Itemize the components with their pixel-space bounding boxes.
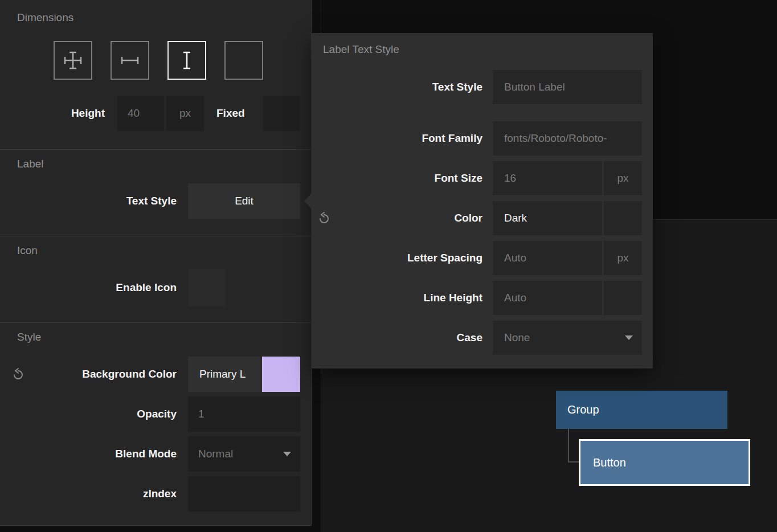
canvas-group-node[interactable]: Group [556,391,727,429]
button-node-label: Button [593,456,626,469]
section-divider [0,236,311,236]
properties-panel: Dimensions Height 40 px Fixed Lab [0,0,312,526]
sizing-mode-none-button[interactable] [224,41,263,80]
size-both-icon [62,49,84,72]
pop-letter-spacing-value: Auto [493,241,602,275]
pop-color-value: Dark [493,201,602,235]
popover-arrow [304,193,312,209]
canvas-button-node[interactable]: Button [579,439,750,486]
pop-line-height-unit-box[interactable] [604,281,642,315]
size-width-icon [118,49,141,72]
height-label: Height [0,96,105,131]
chevron-down-icon [625,335,633,340]
style-section-title: Style [17,331,41,343]
icon-section-title: Icon [17,244,38,257]
height-unit-select[interactable]: px [166,96,204,131]
height-value: 40 [117,107,140,119]
opacity-value: 1 [188,408,205,420]
blend-mode-label: Blend Mode [0,436,177,472]
pop-font-size-label: Font Size [312,161,482,195]
fixed-label: Fixed [216,96,245,131]
height-input[interactable]: 40 [117,96,164,131]
chevron-down-icon [283,452,291,456]
background-color-swatch[interactable] [262,357,300,392]
sizing-mode-height-button[interactable] [167,41,206,80]
fixed-checkbox[interactable] [263,96,300,131]
pop-font-size-unit-select[interactable]: px [604,161,642,195]
pop-text-style-value: Button Label [493,70,642,104]
zindex-value [188,488,198,500]
section-divider [0,149,311,150]
pop-line-height-value: Auto [493,281,602,315]
pop-font-family-label: Font Family [312,121,482,155]
background-color-label: Background Color [0,357,177,392]
zindex-input[interactable] [188,476,300,511]
label-text-style-popover: Label Text Style Text Style Button Label… [312,33,653,369]
pop-line-height-input[interactable]: Auto [493,281,602,315]
text-style-label: Text Style [0,183,177,219]
pop-letter-spacing-unit-select[interactable]: px [604,241,642,275]
popover-title: Label Text Style [323,43,399,56]
pop-line-height-label: Line Height [312,281,482,315]
tree-connector-horizontal [568,461,579,463]
app-window: Group Button Dimensions H [0,0,777,532]
pop-font-family-value: fonts/Roboto/Roboto- [493,121,642,155]
opacity-label: Opacity [0,396,177,432]
section-divider [0,322,311,323]
pop-letter-spacing-input[interactable]: Auto [493,241,602,275]
enable-icon-label: Enable Icon [0,269,177,306]
background-color-button[interactable]: Primary L [188,357,262,392]
pop-case-value: None [493,321,642,355]
pop-case-dropdown[interactable]: None [493,321,642,355]
pop-font-family-input[interactable]: fonts/Roboto/Roboto- [493,121,642,155]
sizing-mode-both-button[interactable] [54,41,92,80]
dimensions-section-title: Dimensions [17,11,73,24]
zindex-label: zIndex [0,476,177,511]
label-section-title: Label [17,158,44,170]
pop-color-unit-box[interactable] [604,201,642,235]
pop-text-style-input[interactable]: Button Label [493,70,642,104]
sizing-mode-width-button[interactable] [111,41,149,80]
blend-mode-dropdown[interactable]: Normal [188,436,300,472]
pop-font-size-value: 16 [493,161,602,195]
group-node-label: Group [567,403,599,416]
text-style-edit-button[interactable]: Edit [188,183,300,219]
pop-letter-spacing-label: Letter Spacing [312,241,482,275]
pop-color-label: Color [312,201,482,235]
pop-text-style-label: Text Style [312,70,482,104]
pop-color-input[interactable]: Dark [493,201,602,235]
size-height-icon [175,49,198,72]
size-none-icon [232,49,255,72]
pop-font-size-input[interactable]: 16 [493,161,602,195]
enable-icon-checkbox[interactable] [188,269,226,306]
blend-mode-value: Normal [188,448,233,460]
opacity-input[interactable]: 1 [188,396,300,432]
tree-connector-vertical [568,429,569,463]
pop-case-label: Case [312,321,482,355]
